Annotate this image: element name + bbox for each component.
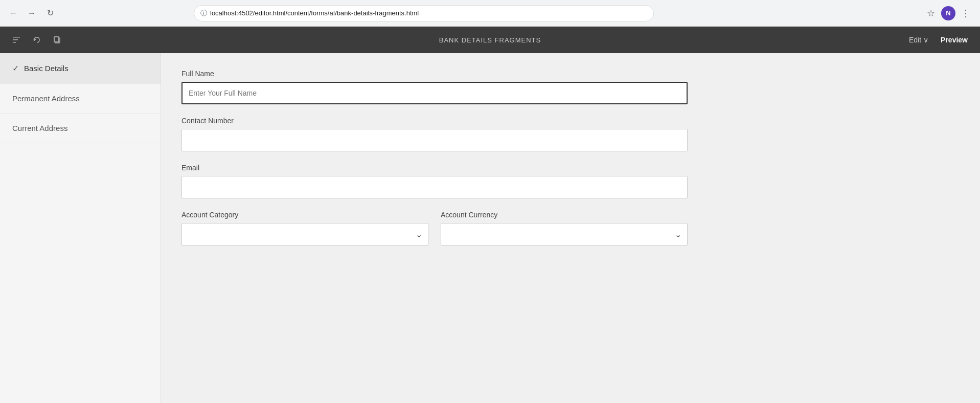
edit-button[interactable]: Edit ∨ bbox=[905, 34, 932, 46]
email-group: Email bbox=[181, 164, 688, 198]
account-category-select[interactable]: Savings Current Fixed Deposit bbox=[181, 223, 428, 245]
browser-chrome: ← → ↻ ⓘ localhost:4502/editor.html/conte… bbox=[0, 0, 980, 27]
undo-button[interactable] bbox=[29, 32, 45, 48]
reload-button[interactable]: ↻ bbox=[43, 6, 57, 20]
info-icon: ⓘ bbox=[200, 9, 207, 18]
full-name-group: Full Name bbox=[181, 70, 688, 104]
account-currency-group: Account Currency USD EUR GBP INR ⌄ bbox=[441, 211, 688, 245]
email-input[interactable] bbox=[181, 176, 688, 198]
main-layout: ✓ Basic Details Permanent Address Curren… bbox=[0, 53, 980, 403]
star-button[interactable]: ☆ bbox=[923, 5, 939, 21]
full-name-label: Full Name bbox=[181, 70, 688, 78]
more-button[interactable]: ⋮ bbox=[958, 5, 974, 21]
account-row: Account Category Savings Current Fixed D… bbox=[181, 211, 688, 258]
svg-rect-0 bbox=[13, 37, 20, 38]
contact-number-group: Contact Number bbox=[181, 117, 688, 151]
copy-button[interactable] bbox=[49, 32, 65, 48]
address-bar: ⓘ localhost:4502/editor.html/content/for… bbox=[194, 5, 654, 21]
sidebar-item-basic-details[interactable]: ✓ Basic Details bbox=[0, 53, 161, 84]
browser-right-controls: ☆ N ⋮ bbox=[923, 5, 974, 21]
check-icon: ✓ bbox=[12, 63, 19, 73]
sidebar-item-label-permanent-address: Permanent Address bbox=[12, 94, 80, 103]
account-category-select-wrapper: Savings Current Fixed Deposit ⌄ bbox=[181, 223, 428, 245]
url-text: localhost:4502/editor.html/content/forms… bbox=[210, 9, 647, 17]
email-label: Email bbox=[181, 164, 688, 172]
edit-label: Edit bbox=[909, 36, 921, 44]
app-title: BANK DETAILS FRAGMENTS bbox=[439, 36, 541, 44]
filter-icon-button[interactable] bbox=[8, 32, 25, 48]
back-button[interactable]: ← bbox=[6, 6, 20, 20]
contact-number-label: Contact Number bbox=[181, 117, 688, 125]
sidebar-item-label-basic-details: Basic Details bbox=[24, 64, 69, 73]
preview-button[interactable]: Preview bbox=[937, 34, 972, 46]
user-avatar[interactable]: N bbox=[941, 6, 955, 20]
svg-rect-5 bbox=[54, 37, 59, 42]
svg-rect-1 bbox=[13, 39, 18, 40]
account-currency-select-wrapper: USD EUR GBP INR ⌄ bbox=[441, 223, 688, 245]
account-category-group: Account Category Savings Current Fixed D… bbox=[181, 211, 428, 245]
sidebar-item-current-address[interactable]: Current Address bbox=[0, 114, 161, 143]
sidebar-item-permanent-address[interactable]: Permanent Address bbox=[0, 84, 161, 114]
contact-number-input[interactable] bbox=[181, 129, 688, 151]
header-left-controls bbox=[8, 32, 65, 48]
forward-button[interactable]: → bbox=[25, 6, 39, 20]
account-currency-label: Account Currency bbox=[441, 211, 688, 219]
header-right-controls: Edit ∨ Preview bbox=[905, 34, 972, 46]
full-name-input[interactable] bbox=[181, 82, 688, 104]
svg-rect-2 bbox=[13, 42, 16, 43]
app-header: BANK DETAILS FRAGMENTS Edit ∨ Preview bbox=[0, 27, 980, 53]
sidebar: ✓ Basic Details Permanent Address Curren… bbox=[0, 53, 161, 403]
sidebar-item-label-current-address: Current Address bbox=[12, 124, 67, 132]
content-area: Full Name Contact Number Email Account C… bbox=[161, 53, 980, 403]
account-currency-select[interactable]: USD EUR GBP INR bbox=[441, 223, 688, 245]
edit-chevron-icon: ∨ bbox=[923, 36, 928, 44]
account-category-label: Account Category bbox=[181, 211, 428, 219]
